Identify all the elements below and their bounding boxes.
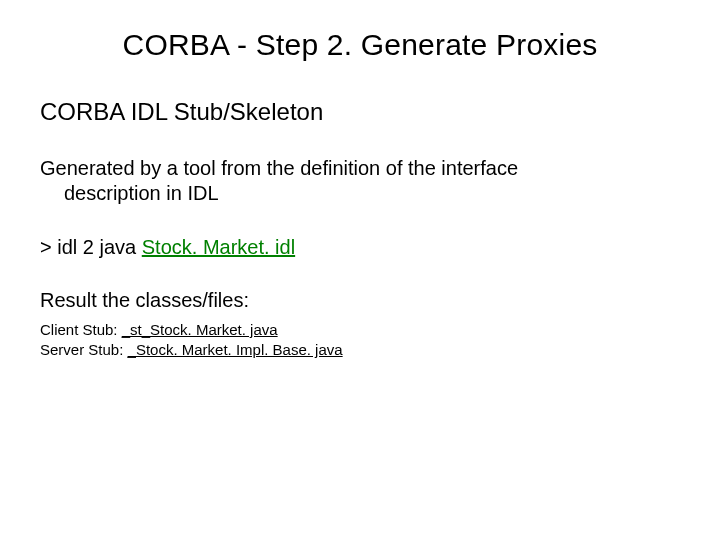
description-line-1: Generated by a tool from the definition … [40,157,518,179]
command-tool: idl 2 java [57,236,136,258]
command-prompt: > [40,236,52,258]
section-subhead: CORBA IDL Stub/Skeleton [40,98,680,126]
description-line-2: description in IDL [40,181,680,206]
command-argument: Stock. Market. idl [142,236,295,258]
result-label: Result the classes/files: [40,289,680,312]
stubs-list: Client Stub: _st_Stock. Market. java Ser… [40,320,680,361]
description-paragraph: Generated by a tool from the definition … [40,156,680,206]
client-stub-file: _st_Stock. Market. java [122,321,278,338]
server-stub-line: Server Stub: _Stock. Market. Impl. Base.… [40,340,680,360]
slide: CORBA - Step 2. Generate Proxies CORBA I… [0,0,720,540]
server-stub-file: _Stock. Market. Impl. Base. java [128,341,343,358]
client-stub-label: Client Stub: [40,321,122,338]
command-line: > idl 2 java Stock. Market. idl [40,236,680,259]
server-stub-label: Server Stub: [40,341,128,358]
client-stub-line: Client Stub: _st_Stock. Market. java [40,320,680,340]
slide-title: CORBA - Step 2. Generate Proxies [40,28,680,62]
